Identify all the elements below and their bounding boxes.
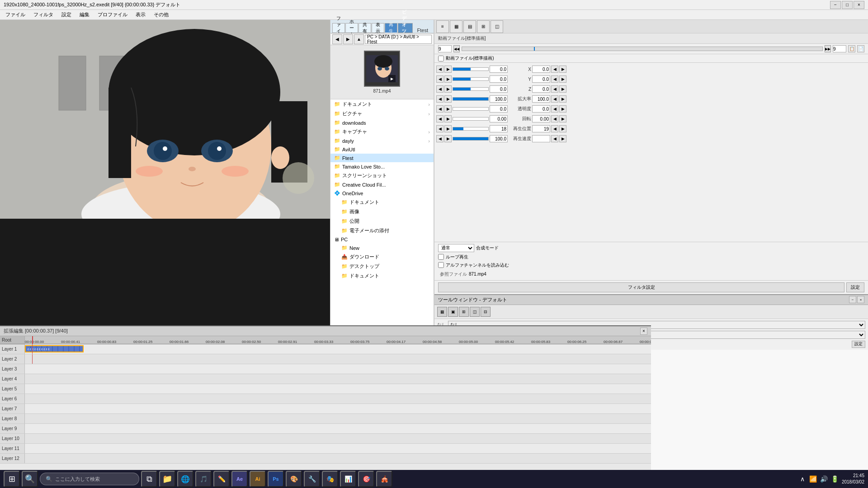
app-btn-4[interactable]: 🔧 [304,471,320,487]
tree-item-pictures[interactable]: 📁 ピクチャ › [330,109,434,118]
prop-y-slider[interactable] [453,77,489,81]
nav-up[interactable]: ▲ [354,34,364,44]
tool-icon-3[interactable]: ⊞ [459,307,469,317]
prop-rotate-set[interactable]: ◀ [551,115,558,122]
tool-win-close[interactable]: × [857,296,864,303]
tree-item-pc-docs[interactable]: 📁 ドキュメント [330,271,434,281]
tool-win-minimize[interactable]: − [849,296,856,303]
props-btn-3[interactable]: ▤ [463,20,476,33]
timeline-close-btn[interactable]: × [640,328,647,335]
tree-item-ondrive-docs[interactable]: 📁 ドキュメント [330,197,434,207]
app-btn-7[interactable]: 🎯 [358,471,374,487]
props-btn-1[interactable]: ≡ [436,20,449,33]
prop-x-slider[interactable] [453,67,489,71]
prop-y-prev[interactable]: ◀ [436,75,443,83]
nav-back[interactable]: ◀ [332,34,342,44]
tree-item-creative[interactable]: 📁 Creative Cloud Fil... [330,180,434,189]
prop-playpos-prev[interactable]: ◀ [436,125,443,132]
menu-filter[interactable]: フィルタ [30,10,57,19]
prop-playpos-slider[interactable] [453,127,489,131]
app-ps[interactable]: Ps [268,471,284,487]
tab-view[interactable]: 表示 [372,23,384,33]
layer-1-clip[interactable]: ε ε ε ε ε ε ε ε ε ε [25,345,84,352]
tree-item-ftest[interactable]: 📁 Ftest [330,154,434,162]
app-ai[interactable]: Ai [250,471,266,487]
minimize-button[interactable]: − [830,1,841,9]
tree-item-ondrive-images[interactable]: 📁 画像 [330,207,434,216]
menu-profile[interactable]: プロファイル [94,10,131,19]
props-btn-4[interactable]: ⊞ [477,20,490,33]
prop-scale-slider[interactable] [453,97,489,101]
tree-item-documents[interactable]: 📁 ドキュメント › [330,99,434,109]
prop-z-prev[interactable]: ◀ [436,85,443,93]
prop-scale-next[interactable]: ▶ [444,95,452,103]
prev-frame-btn[interactable]: ◀◀ [453,45,460,52]
app-ae[interactable]: Ae [231,471,248,487]
prop-opacity-next[interactable]: ▶ [444,105,452,113]
tree-item-onedrive[interactable]: 💠 OneDrive [330,189,434,197]
prop-playspeed-set2[interactable]: ▶ [559,135,566,142]
frame-input[interactable] [438,45,452,52]
app-btn-3[interactable]: 🎨 [286,471,302,487]
tool-icon-1[interactable]: ▦ [437,307,447,317]
tree-item-dayly[interactable]: 📁 dayly › [330,136,434,145]
prop-scale-set2[interactable]: ▶ [559,95,566,103]
tree-item-public[interactable]: 📁 公開 [330,216,434,226]
tab-share[interactable]: 共有 [359,23,371,33]
prop-opacity-prev[interactable]: ◀ [436,105,443,113]
prop-scale-set[interactable]: ◀ [551,95,558,103]
tool-icon-5[interactable]: ⊟ [481,307,491,317]
tree-item-pc[interactable]: 🖥 PC [330,235,434,244]
tool-icon-4[interactable]: ◫ [470,307,480,317]
alpha-checkbox[interactable] [438,262,444,268]
prop-playspeed-prev[interactable]: ◀ [436,135,443,142]
props-btn-5[interactable]: ◫ [491,20,503,33]
menu-edit[interactable]: 編集 [76,10,93,19]
prop-opacity-set[interactable]: ◀ [551,105,558,113]
prop-playspeed-next[interactable]: ▶ [444,135,452,142]
prop-x-set[interactable]: ◀ [551,66,558,73]
app-btn-5[interactable]: 🎭 [322,471,338,487]
frame-paste-btn[interactable]: 📄 [857,45,864,52]
prop-y-set[interactable]: ◀ [551,75,558,83]
menu-other[interactable]: その他 [150,10,172,19]
tab-video-tools[interactable]: ビデオツール [398,23,413,33]
tool-icon-2[interactable]: ▣ [448,307,458,317]
prop-z-set2[interactable]: ▶ [559,85,566,93]
tree-item-tamako[interactable]: 📁 Tamako Love Sto... [330,162,434,171]
filter-settings-btn[interactable]: フィルタ設定 [438,282,844,292]
tree-item-dl[interactable]: 📥 ダウンロード [330,252,434,262]
frame-copy-btn[interactable]: 📋 [848,45,855,52]
taskbar-search[interactable]: 🔍 ここに入力して検索 [40,473,139,485]
menu-file[interactable]: ファイル [2,10,29,19]
tree-item-desktop[interactable]: 📁 デスクトップ [330,262,434,271]
frame-total-input[interactable] [833,45,846,52]
prop-playspeed-slider[interactable] [453,137,489,141]
prop-opacity-set2[interactable]: ▶ [559,105,566,113]
menu-settings[interactable]: 設定 [58,10,75,19]
tree-item-screenshot[interactable]: 📁 スクリーンショット [330,171,434,180]
prop-x-prev[interactable]: ◀ [436,66,443,73]
app-btn-6[interactable]: 📊 [340,471,356,487]
file-thumbnail[interactable]: ▶ [364,51,400,87]
close-button[interactable]: × [854,1,864,9]
prop-x-set2[interactable]: ▶ [559,66,566,73]
task-view-btn[interactable]: ⧉ [141,471,157,487]
prop-playpos-set2[interactable]: ▶ [559,125,566,132]
search-btn[interactable]: 🔍 [22,471,38,487]
prop-rotate-slider[interactable] [453,117,489,121]
prop-y-next[interactable]: ▶ [444,75,452,83]
address-bar[interactable]: PC > DATA (D:) > AviUtl > Ftest [365,35,432,44]
tree-item-capture[interactable]: 📁 キャプチャ › [330,127,434,136]
maximize-button[interactable]: □ [842,1,853,9]
start-button[interactable]: ⊞ [4,471,20,487]
prop-x-next[interactable]: ▶ [444,66,452,73]
prop-playspeed-set[interactable]: ◀ [551,135,558,142]
settings-btn[interactable]: 設定 [846,282,864,292]
prop-y-set2[interactable]: ▶ [559,75,566,83]
tab-file[interactable]: ファイル [332,23,345,33]
filter-set-btn[interactable]: 設定 [852,341,865,348]
prop-opacity-slider[interactable] [453,107,489,111]
prop-playpos-set[interactable]: ◀ [551,125,558,132]
prop-playpos-next[interactable]: ▶ [444,125,452,132]
